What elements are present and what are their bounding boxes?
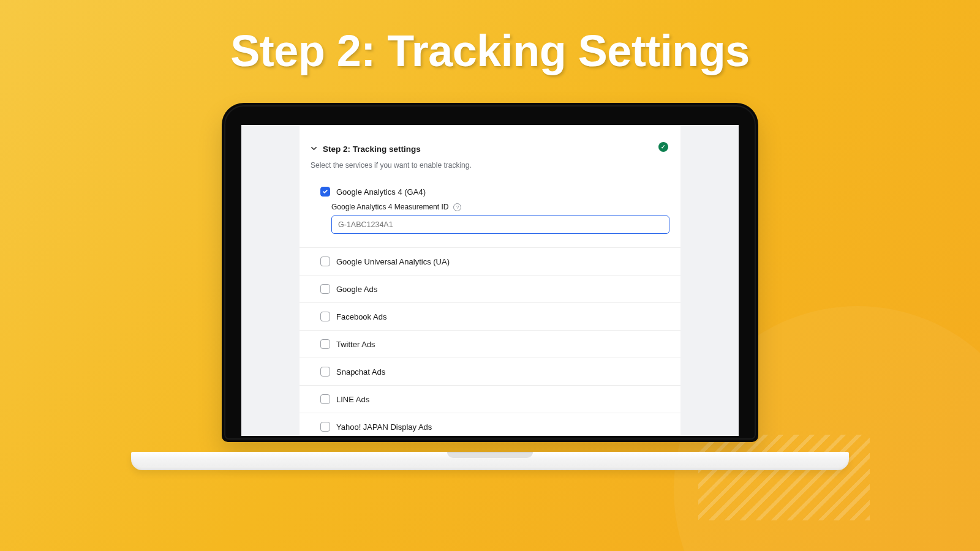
checkbox[interactable] [320, 339, 330, 349]
service-label: LINE Ads [336, 395, 369, 404]
step-complete-icon: ✓ [658, 142, 668, 152]
service-row[interactable]: Twitter Ads [300, 331, 680, 358]
laptop-base [131, 452, 849, 470]
ga4-config-body: Google Analytics 4 Measurement ID ? [300, 200, 680, 248]
service-row[interactable]: Facebook Ads [300, 303, 680, 331]
service-row[interactable]: Yahoo! JAPAN Display Ads [300, 413, 680, 436]
service-row[interactable]: Snapchat Ads [300, 358, 680, 386]
service-row[interactable]: Google Universal Analytics (UA) [300, 248, 680, 276]
laptop-frame: Step 2: Tracking settings ✓ Select the s… [222, 103, 758, 442]
page-hero-title: Step 2: Tracking Settings [0, 0, 980, 76]
checkbox[interactable] [320, 367, 330, 377]
service-row[interactable]: LINE Ads [300, 386, 680, 413]
laptop-mockup: Step 2: Tracking settings ✓ Select the s… [222, 103, 758, 442]
measurement-id-input[interactable] [331, 216, 669, 234]
checkbox-ga4[interactable] [320, 187, 330, 197]
chevron-down-icon [311, 145, 317, 153]
left-gutter [241, 125, 300, 436]
checkbox[interactable] [320, 312, 330, 321]
service-label: Snapchat Ads [336, 367, 385, 377]
service-label: Yahoo! JAPAN Display Ads [336, 422, 432, 432]
checkbox[interactable] [320, 257, 330, 266]
service-row-ga4[interactable]: Google Analytics 4 (GA4) [300, 178, 680, 200]
section-header[interactable]: Step 2: Tracking settings [300, 135, 680, 161]
laptop-screen: Step 2: Tracking settings ✓ Select the s… [241, 125, 739, 436]
laptop-trackpad-notch [447, 452, 533, 458]
service-label: Google Analytics 4 (GA4) [336, 187, 426, 197]
checkbox[interactable] [320, 394, 330, 404]
service-row[interactable]: Google Ads [300, 276, 680, 303]
section-title: Step 2: Tracking settings [323, 144, 421, 154]
service-label: Google Universal Analytics (UA) [336, 257, 450, 266]
settings-card: Step 2: Tracking settings ✓ Select the s… [300, 125, 680, 436]
service-label: Twitter Ads [336, 340, 375, 349]
bg-hatch-decoration [698, 435, 870, 520]
service-label: Facebook Ads [336, 312, 386, 321]
section-subtitle: Select the services if you want to enabl… [300, 161, 680, 178]
laptop-inner-bezel: Step 2: Tracking settings ✓ Select the s… [224, 105, 756, 440]
right-gutter [680, 125, 739, 436]
help-icon[interactable]: ? [453, 203, 461, 211]
service-label: Google Ads [336, 285, 377, 294]
measurement-id-label: Google Analytics 4 Measurement ID [331, 203, 448, 211]
checkbox[interactable] [320, 422, 330, 432]
checkbox[interactable] [320, 284, 330, 294]
app-window: Step 2: Tracking settings ✓ Select the s… [241, 125, 739, 436]
